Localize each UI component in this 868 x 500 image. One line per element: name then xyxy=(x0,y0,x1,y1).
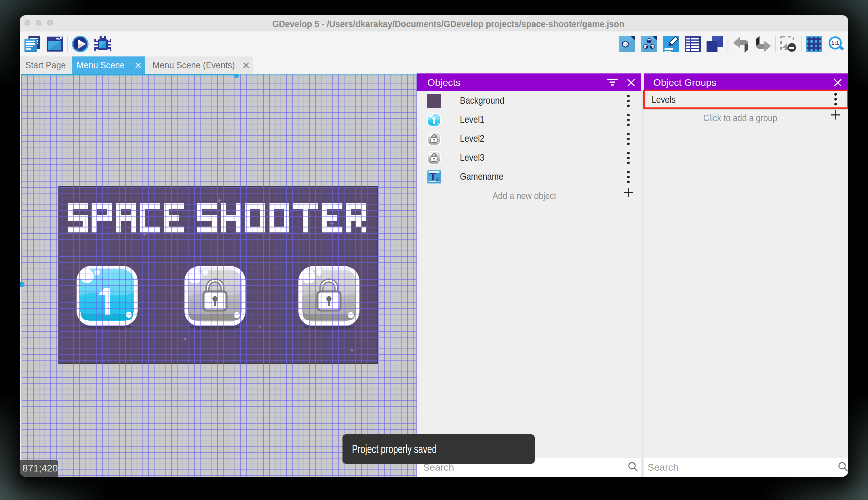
svg-text:x: x xyxy=(436,176,439,183)
svg-text:T: T xyxy=(430,171,436,183)
svg-text:1:1: 1:1 xyxy=(831,40,839,46)
